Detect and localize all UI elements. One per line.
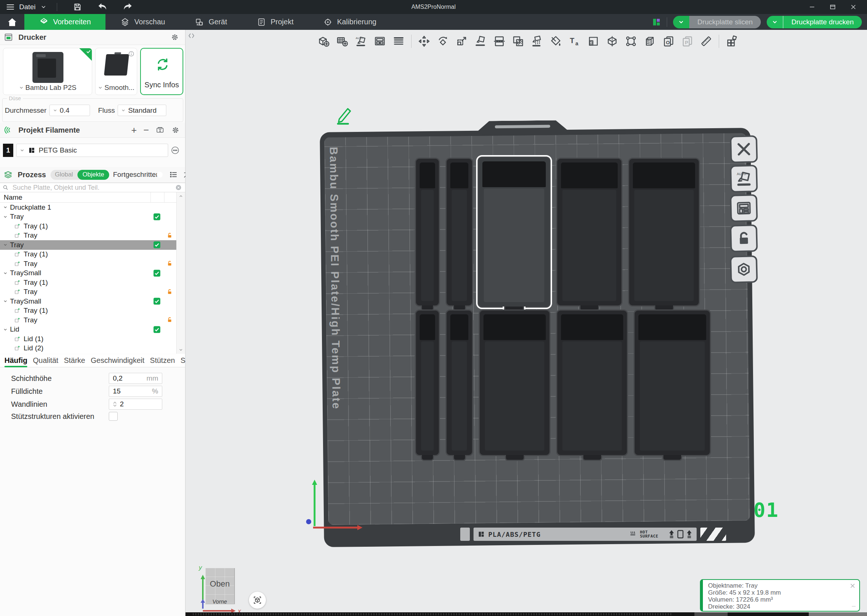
- tray-object[interactable]: [446, 310, 473, 456]
- filament-more-icon[interactable]: [170, 146, 180, 155]
- info-close-icon[interactable]: [849, 582, 856, 589]
- sync-infos-button[interactable]: Sync Infos: [140, 48, 183, 95]
- expand-chevron-icon[interactable]: [3, 205, 8, 210]
- tree-row[interactable]: Tray: [0, 288, 176, 297]
- scope-global-option[interactable]: Global: [50, 171, 77, 178]
- printer-settings-gear-icon[interactable]: [170, 33, 179, 42]
- arrange-plate-button[interactable]: [730, 194, 758, 222]
- fülldichte-input[interactable]: 15%: [109, 386, 162, 397]
- lock-icon[interactable]: [167, 289, 173, 295]
- scope-objects-option[interactable]: Objekte: [77, 170, 110, 180]
- tree-row[interactable]: Tray: [0, 259, 176, 269]
- tree-row[interactable]: TraySmall: [0, 269, 176, 278]
- tree-row[interactable]: Tray: [0, 231, 176, 240]
- redo-icon[interactable]: [122, 2, 133, 13]
- print-plate-button[interactable]: Druckplatte drucken: [767, 16, 862, 28]
- tray-object[interactable]: [628, 158, 700, 306]
- process-list-icon[interactable]: [169, 170, 178, 179]
- expand-chevron-icon[interactable]: [3, 214, 8, 219]
- print-options-chevron-icon[interactable]: [767, 16, 783, 28]
- print-enabled-check-icon[interactable]: [153, 297, 161, 305]
- home-tab[interactable]: [0, 14, 24, 30]
- chevron-down-icon[interactable]: [41, 4, 46, 10]
- tray-object[interactable]: [556, 310, 628, 456]
- tree-row[interactable]: Tray (1): [0, 306, 176, 316]
- expand-chevron-icon[interactable]: [3, 327, 8, 332]
- tree-scrollbar[interactable]: [176, 192, 185, 354]
- projection-toggle-button[interactable]: [249, 592, 266, 609]
- filament-select[interactable]: PETG Basic: [16, 144, 168, 157]
- tree-row[interactable]: Tray (1): [0, 222, 176, 231]
- settings-tab-sttzen[interactable]: Stützen: [150, 356, 175, 365]
- add-filament-icon[interactable]: +: [131, 126, 137, 134]
- rotate-icon[interactable]: [435, 33, 451, 49]
- move-icon[interactable]: [416, 33, 432, 49]
- hamburger-menu-icon[interactable]: [6, 3, 14, 11]
- expand-chevron-icon[interactable]: [3, 299, 8, 303]
- tray-object[interactable]: [634, 310, 711, 456]
- add-object-icon[interactable]: [315, 33, 331, 49]
- flow-select[interactable]: Standard: [118, 105, 166, 116]
- tab-vorschau[interactable]: Vorschau: [106, 14, 180, 30]
- color-paint-icon[interactable]: [548, 33, 564, 49]
- scale-icon[interactable]: [454, 33, 470, 49]
- filament-settings-gear-icon[interactable]: [171, 126, 180, 135]
- settings-tab-strke[interactable]: Stärke: [64, 356, 85, 365]
- diameter-select[interactable]: 0.4: [49, 105, 90, 116]
- delete-plate-button[interactable]: [730, 135, 758, 163]
- auto-orient-plate-button[interactable]: AUTO: [730, 165, 758, 193]
- tab-vorbereiten[interactable]: Vorbereiten: [24, 14, 106, 30]
- part-doc-icon[interactable]: P: [679, 33, 695, 49]
- tab-projekt[interactable]: Projekt: [242, 14, 308, 30]
- tray-object[interactable]: [479, 310, 550, 456]
- print-enabled-check-icon[interactable]: [153, 269, 161, 277]
- viewport-3d[interactable]: AUTOTaOP Bambu Smooth PEI Plate/High Tem…: [186, 30, 867, 616]
- assembly-icon[interactable]: [724, 33, 740, 49]
- tray-object-selected[interactable]: [478, 157, 550, 308]
- tab-kalibrierung[interactable]: Kalibrierung: [308, 14, 391, 30]
- tree-row[interactable]: Tray: [0, 212, 176, 222]
- wandlinien-stepper[interactable]: 2: [109, 399, 162, 410]
- tree-row[interactable]: Tray (1): [0, 250, 176, 259]
- settings-tab-hufig[interactable]: Häufig: [5, 356, 27, 365]
- expand-chevron-icon[interactable]: [3, 242, 8, 247]
- close-button[interactable]: [848, 2, 858, 12]
- support-enable-checkbox[interactable]: [109, 412, 118, 421]
- lock-icon[interactable]: [167, 260, 173, 267]
- tray-object[interactable]: [556, 158, 623, 306]
- plate-settings-button[interactable]: [730, 255, 758, 283]
- fuzzy-skin-icon[interactable]: [642, 33, 658, 49]
- plate-layout-icon[interactable]: [652, 18, 661, 27]
- slice-options-chevron-icon[interactable]: [673, 16, 689, 28]
- tree-row[interactable]: Lid (1): [0, 334, 176, 344]
- search-clear-icon[interactable]: [175, 184, 182, 191]
- measure-icon[interactable]: [698, 33, 714, 49]
- info-minimize-icon[interactable]: –: [852, 602, 856, 610]
- plate-info-icon[interactable]: [128, 50, 135, 57]
- tree-row[interactable]: Lid: [0, 325, 176, 335]
- tab-gert[interactable]: Gerät: [180, 14, 242, 30]
- tree-row[interactable]: Lid (2): [0, 344, 176, 353]
- variable-layer-icon[interactable]: [391, 33, 407, 49]
- undo-icon[interactable]: [97, 2, 108, 13]
- sidebar-collapse-icon[interactable]: [188, 32, 195, 39]
- lock-icon[interactable]: [167, 316, 173, 324]
- settings-tab-qualitt[interactable]: Qualität: [33, 356, 58, 365]
- save-icon[interactable]: [72, 2, 83, 13]
- schichthöhe-input[interactable]: 0,2mm: [109, 373, 162, 384]
- tray-object[interactable]: [415, 158, 440, 306]
- support-paint-icon[interactable]: [529, 33, 545, 49]
- printer-card[interactable]: Bambu Lab P2S: [3, 48, 92, 95]
- tree-row[interactable]: Druckplatte 1: [0, 203, 176, 212]
- expand-chevron-icon[interactable]: [3, 271, 8, 276]
- tray-object[interactable]: [446, 158, 473, 306]
- print-enabled-check-icon[interactable]: [153, 326, 161, 333]
- ams-sync-icon[interactable]: [156, 126, 164, 135]
- edit-plate-name-pencil-icon[interactable]: [333, 105, 354, 126]
- lock-plate-button[interactable]: [730, 225, 758, 252]
- file-menu[interactable]: Datei: [19, 3, 35, 11]
- mesh-boolean-icon[interactable]: [510, 33, 526, 49]
- maximize-button[interactable]: [828, 2, 837, 12]
- tree-row[interactable]: TraySmall: [0, 297, 176, 306]
- seam-icon[interactable]: [623, 33, 639, 49]
